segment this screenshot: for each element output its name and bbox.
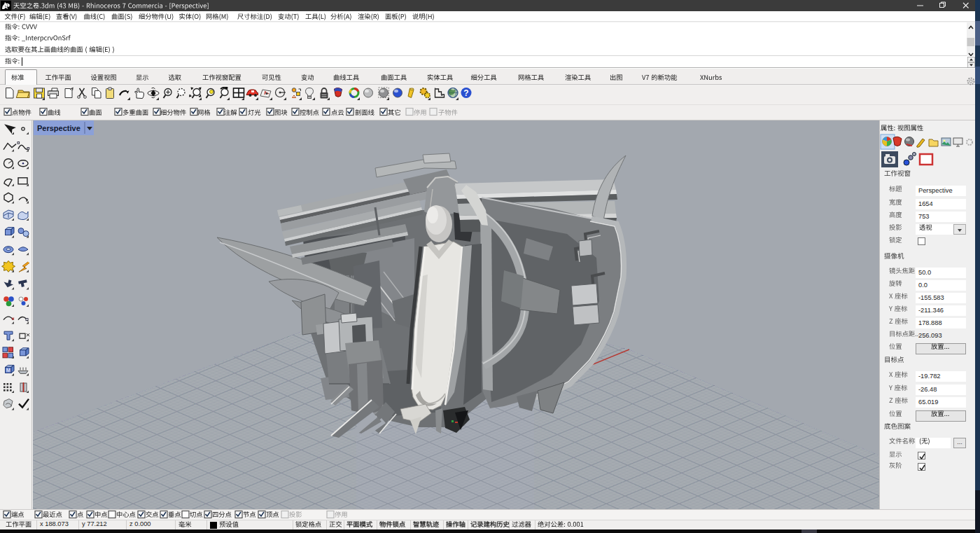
svg-text:Perspective: Perspective bbox=[37, 124, 80, 132]
svg-text:?: ? bbox=[463, 88, 468, 98]
svg-text:M: M bbox=[6, 368, 10, 373]
